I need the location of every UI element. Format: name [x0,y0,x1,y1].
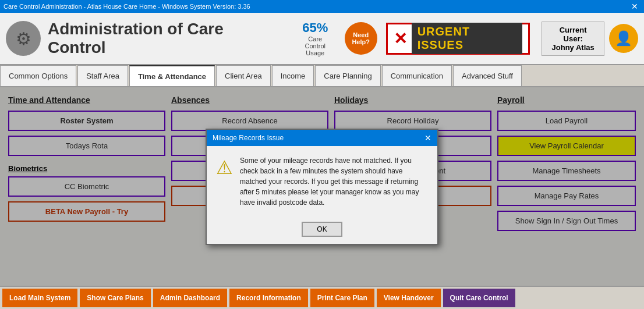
usage-block: 65% Care Control Usage [298,20,333,56]
print-care-plan-button[interactable]: Print Care Plan [310,289,374,307]
modal-title: Mileage Records Issue [213,134,284,142]
modal-message: Some of your mileage records have not ma… [240,155,428,208]
urgent-issues-label: URGENT ISSUES [412,23,523,54]
header: ⚙ Administration of Care Control 65% Car… [0,13,644,65]
current-user-name: Johny Atlas [549,43,597,52]
tab-communication[interactable]: Communication [382,65,452,86]
usage-line2: Usage [298,49,333,56]
content-area: Time and Attendance Roster System Todays… [0,87,644,286]
tab-common-options[interactable]: Common Options [0,65,76,86]
titlebar-text: Care Control Administration - Atlas Hous… [3,3,250,10]
titlebar: Care Control Administration - Atlas Hous… [0,0,644,13]
tab-advanced-stuff[interactable]: Advanced Stuff [453,65,522,86]
modal-titlebar: Mileage Records Issue ✕ [207,130,437,146]
window-close-button[interactable]: ✕ [629,2,641,11]
urgent-issues-block[interactable]: ✕ URGENT ISSUES [386,23,530,55]
show-care-plans-button[interactable]: Show Care Plans [80,289,150,307]
modal-overlay: Mileage Records Issue ✕ ⚠ Some of your m… [0,87,644,286]
nav-tabs: Common Options Staff Area Time & Attenda… [0,65,644,87]
modal-footer: OK [207,217,437,244]
current-user-label: Current User: [549,26,597,43]
usage-percent: 65% [298,20,333,35]
tab-staff-area[interactable]: Staff Area [77,65,128,86]
urgent-x-icon: ✕ [394,29,407,48]
record-information-button[interactable]: Record Information [229,289,308,307]
tab-income[interactable]: Income [272,65,314,86]
load-main-system-button[interactable]: Load Main System [2,289,77,307]
admin-dashboard-button[interactable]: Admin Dashboard [153,289,227,307]
quit-care-control-button[interactable]: Quit Care Control [443,289,515,307]
need-help-button[interactable]: NeedHelp? [345,22,377,55]
app-logo-icon: ⚙ [6,21,41,56]
tab-time-attendance[interactable]: Time & Attendance [129,65,215,86]
modal-ok-button[interactable]: OK [302,222,342,237]
tab-client-area[interactable]: Client Area [216,65,271,86]
app-title: Administration of Care Control [48,20,280,57]
warning-icon: ⚠ [216,157,233,208]
view-handover-button[interactable]: View Handover [377,289,441,307]
usage-line1: Care Control [298,35,333,49]
avatar: 👤 [609,24,638,53]
modal-dialog: Mileage Records Issue ✕ ⚠ Some of your m… [206,129,438,245]
tab-care-planning[interactable]: Care Planning [315,65,380,86]
modal-body: ⚠ Some of your mileage records have not … [207,146,437,217]
modal-close-button[interactable]: ✕ [424,133,431,143]
current-user-block: Current User: Johny Atlas [542,22,604,56]
bottom-bar: Load Main System Show Care Plans Admin D… [0,286,644,309]
